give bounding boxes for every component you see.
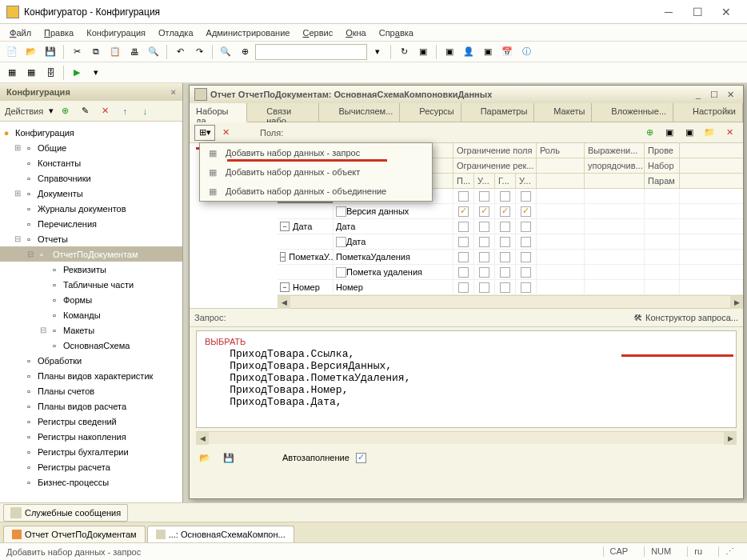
tree-item-0[interactable]: ⊞▫Общие [0,140,182,155]
tree-item-16[interactable]: ▫Планы счетов [0,383,182,398]
config-tree[interactable]: ●Конфигурация⊞▫Общие▫Константы▫Справочни… [0,122,182,502]
open-icon[interactable]: 📂 [22,43,40,61]
actions-dropdown-icon[interactable]: ▾ [49,106,54,116]
add-dataset-object[interactable]: ▦ Добавить набор данных - объект [200,162,432,182]
tree-item-19[interactable]: ▫Регистры накопления [0,429,182,444]
tab-6[interactable]: Вложенные... [605,103,673,122]
up-icon[interactable]: ↑ [116,102,134,120]
menu-debug[interactable]: Отладка [152,26,199,40]
preview-icon[interactable]: 🔍 [145,43,162,61]
menu-windows[interactable]: Окна [339,26,373,40]
tree-item-1[interactable]: ▫Константы [0,155,182,170]
tab-0[interactable]: Наборы да... [190,103,247,122]
grid-hscroll[interactable]: ◀ ▶ [278,295,743,308]
delete-dataset-icon[interactable]: ✕ [218,126,233,140]
tree-item-15[interactable]: ▫Планы видов характеристик [0,368,182,383]
tree-item-13[interactable]: ▫ОсновнаяСхема [0,338,182,353]
tree-item-22[interactable]: ▫Бизнес-процессы [0,474,182,490]
menu-edit[interactable]: Правка [38,26,80,40]
col-order[interactable]: упорядочив... [585,158,645,173]
tree-item-14[interactable]: ▫Обработки [0,353,182,368]
ftb-del-icon[interactable]: ✕ [721,124,738,142]
qscroll-right-icon[interactable]: ▶ [724,432,737,445]
table-row[interactable]: Пометка удаления [278,265,743,280]
report-close-icon[interactable]: ✕ [722,90,738,100]
tab-5[interactable]: Макеты [547,103,592,122]
menu-file[interactable]: Файл [3,26,38,40]
config-panel-close-icon[interactable]: × [171,87,176,97]
redo-icon[interactable]: ↷ [190,43,208,61]
table-row[interactable]: Версия данных [278,204,743,219]
col-role[interactable]: Роль [537,143,585,158]
find-icon[interactable]: 🔍 [217,43,234,61]
ftb-icon-3[interactable]: ▣ [681,124,698,142]
add-icon[interactable]: ⊕ [56,102,74,120]
qscroll-left-icon[interactable]: ◀ [196,432,209,445]
edit-icon[interactable]: ✎ [76,102,94,120]
table-row[interactable]: −НомерНомер [278,280,743,295]
menu-admin[interactable]: Администрирование [200,26,297,40]
tree-item-7[interactable]: ⊟▫ОтчетПоДокументам [0,246,182,262]
wtab-report[interactable]: Отчет ОтчетПоДокументам [3,526,146,542]
col-expr[interactable]: Выражени... [585,143,645,158]
search-input[interactable] [255,44,367,60]
scroll-right-icon[interactable]: ▶ [730,296,743,309]
tree-item-9[interactable]: ▫Табличные части [0,277,182,292]
tb2-icon-2[interactable]: ▦ [22,64,40,82]
col-restr-field[interactable]: Ограничение поля [453,143,537,158]
table-row[interactable]: Дата [278,234,743,250]
tree-item-12[interactable]: ⊟▫Макеты [0,322,182,338]
tree-item-6[interactable]: ⊟▫Отчеты [0,231,182,246]
tree-item-17[interactable]: ▫Планы видов расчета [0,398,182,414]
minimize-button[interactable]: ─ [654,2,683,22]
maximize-button[interactable]: ☐ [683,2,712,22]
autofill-checkbox[interactable] [356,453,366,463]
help-icon[interactable]: ⓘ [517,43,535,61]
tab-7[interactable]: Настройки [686,103,743,122]
zoom-icon[interactable]: ⊕ [236,43,254,61]
tree-item-5[interactable]: ▫Перечисления [0,216,182,231]
ftb-add-icon[interactable]: ⊕ [641,124,658,142]
run-dropdown-icon[interactable]: ▾ [87,64,105,82]
tb2-icon-1[interactable]: ▦ [3,64,21,82]
add-dataset-union[interactable]: ▦ Добавить набор данных - объединение [200,182,432,201]
tab-1[interactable]: Связи набо... [260,103,319,122]
report-max-icon[interactable]: ☐ [706,90,722,100]
down-icon[interactable]: ↓ [136,102,154,120]
ftb-icon-2[interactable]: ▣ [661,124,678,142]
tree-item-8[interactable]: ▫Реквизиты [0,262,182,277]
service-messages-button[interactable]: Служебные сообщения [3,504,128,522]
report-min-icon[interactable]: _ [690,90,706,99]
tree-item-2[interactable]: ▫Справочники [0,170,182,186]
tab-2[interactable]: Вычисляем... [332,103,400,122]
wtab-scheme[interactable]: ...: ОсновнаяСхемаКомпон... [147,526,294,542]
tree-item-18[interactable]: ▫Регистры сведений [0,414,182,429]
tb-icon-1[interactable]: ▣ [414,43,432,61]
undo-icon[interactable]: ↶ [171,43,189,61]
scroll-left-icon[interactable]: ◀ [278,296,290,309]
col-restr-rec[interactable]: Ограничение рек... [453,158,537,173]
close-button[interactable]: ✕ [712,2,741,22]
menu-help[interactable]: Справка [373,26,420,40]
tree-item-10[interactable]: ▫Формы [0,292,182,307]
tab-3[interactable]: Ресурсы [413,103,461,122]
bb-open-icon[interactable]: 📂 [196,449,214,466]
tb-icon-2[interactable]: ▣ [441,43,458,61]
menu-config[interactable]: Конфигурация [80,26,152,40]
bb-save-icon[interactable]: 💾 [220,449,238,466]
table-row[interactable]: −ПометкаУ...ПометкаУдаления [278,250,743,265]
add-dataset-button[interactable]: ⊞▾ [194,125,215,141]
col-set[interactable]: Набор [645,158,680,173]
tree-item-20[interactable]: ▫Регистры бухгалтерии [0,444,182,459]
paste-icon[interactable]: 📋 [106,43,124,61]
db-icon[interactable]: 🗄 [42,64,59,82]
col-check[interactable]: Прове [645,143,680,158]
tb-icon-4[interactable]: ▣ [479,43,497,61]
calendar-icon[interactable]: 📅 [498,43,516,61]
cut-icon[interactable]: ✂ [68,43,86,61]
menu-service[interactable]: Сервис [296,26,339,40]
dropdown-icon[interactable]: ▾ [369,43,386,61]
tree-item-4[interactable]: ▫Журналы документов [0,201,182,216]
delete-icon[interactable]: ✕ [96,102,114,120]
new-icon[interactable]: 📄 [3,43,21,61]
